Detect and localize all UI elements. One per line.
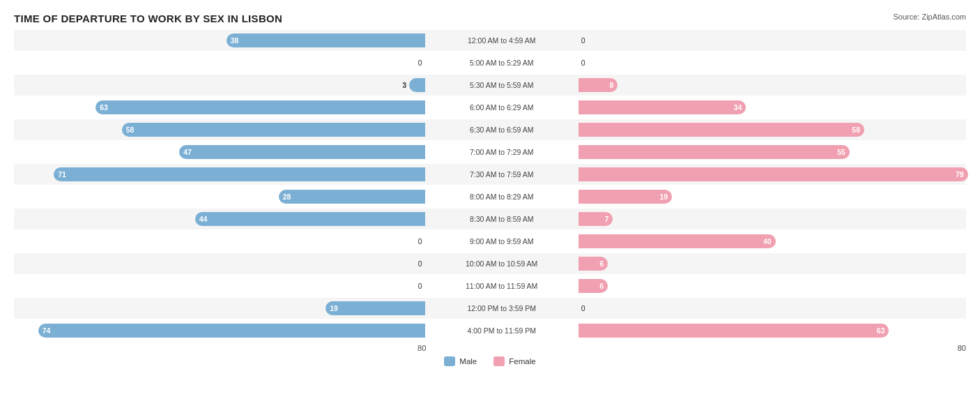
male-bar: 38 bbox=[227, 33, 425, 47]
male-value-zero: 0 bbox=[418, 259, 422, 268]
female-section: 7 bbox=[579, 209, 966, 229]
female-value: 40 bbox=[763, 237, 772, 246]
male-section: 38 bbox=[14, 30, 425, 51]
table-row: 288:00 AM to 8:29 AM19 bbox=[14, 186, 966, 207]
table-row: 011:00 AM to 11:59 AM6 bbox=[14, 276, 966, 296]
axis-row: 80 80 bbox=[14, 344, 966, 352]
female-legend-box bbox=[493, 356, 505, 366]
title-row: TIME OF DEPARTURE TO WORK BY SEX IN LISB… bbox=[14, 13, 966, 24]
male-section: 47 bbox=[14, 142, 425, 163]
female-bar: 6 bbox=[579, 257, 608, 271]
table-row: 09:00 AM to 9:59 AM40 bbox=[14, 231, 966, 252]
female-section: 6 bbox=[579, 253, 966, 274]
time-label: 6:30 AM to 6:59 AM bbox=[425, 126, 579, 134]
female-bar: 7 bbox=[579, 212, 613, 226]
female-section: 40 bbox=[579, 231, 966, 252]
male-section: 19 bbox=[14, 298, 425, 319]
time-label: 5:30 AM to 5:59 AM bbox=[425, 81, 579, 89]
male-bar: 71 bbox=[54, 167, 425, 181]
male-value: 63 bbox=[100, 103, 108, 112]
female-section: 34 bbox=[579, 97, 966, 118]
male-section: 0 bbox=[14, 231, 425, 252]
table-row: 05:00 AM to 5:29 AM0 bbox=[14, 52, 966, 73]
female-bar: 55 bbox=[579, 145, 850, 159]
male-section: 28 bbox=[14, 186, 425, 207]
female-section: 0 bbox=[579, 52, 966, 73]
male-value: 44 bbox=[199, 215, 208, 223]
male-section: 0 bbox=[14, 276, 425, 296]
time-label: 11:00 AM to 11:59 AM bbox=[425, 282, 579, 290]
male-value: 28 bbox=[283, 193, 291, 201]
time-label: 12:00 AM to 4:59 AM bbox=[425, 36, 579, 45]
male-section: 63 bbox=[14, 97, 425, 118]
table-row: 1912:00 PM to 3:59 PM0 bbox=[14, 298, 966, 319]
table-row: 636:00 AM to 6:29 AM34 bbox=[14, 97, 966, 118]
legend-male: Male bbox=[444, 356, 477, 366]
male-section: 3 bbox=[14, 75, 425, 96]
male-section: 0 bbox=[14, 253, 425, 274]
female-bar: 8 bbox=[579, 78, 618, 92]
table-row: 35:30 AM to 5:59 AM8 bbox=[14, 75, 966, 96]
female-value: 19 bbox=[659, 193, 668, 201]
female-section: 79 bbox=[579, 164, 966, 185]
female-bar: 79 bbox=[579, 167, 968, 181]
female-value-zero: 0 bbox=[581, 304, 585, 312]
table-row: 477:00 AM to 7:29 AM55 bbox=[14, 142, 966, 163]
time-label: 8:30 AM to 8:59 AM bbox=[425, 215, 579, 223]
female-section: 58 bbox=[579, 119, 966, 140]
male-value: 74 bbox=[43, 326, 51, 335]
female-value: 6 bbox=[599, 282, 604, 290]
male-section: 58 bbox=[14, 119, 425, 140]
time-label: 9:00 AM to 9:59 AM bbox=[425, 237, 579, 246]
time-label: 5:00 AM to 5:29 AM bbox=[425, 59, 579, 67]
female-value: 63 bbox=[877, 326, 885, 335]
male-bar: 47 bbox=[179, 145, 425, 159]
female-section: 55 bbox=[579, 142, 966, 163]
female-section: 63 bbox=[579, 320, 966, 341]
female-value-zero: 0 bbox=[581, 36, 585, 45]
male-value-zero: 0 bbox=[418, 282, 422, 290]
chart-container: TIME OF DEPARTURE TO WORK BY SEX IN LISB… bbox=[0, 0, 980, 415]
rows-wrapper: 3812:00 AM to 4:59 AM005:00 AM to 5:29 A… bbox=[14, 30, 966, 341]
female-bar: 40 bbox=[579, 234, 776, 248]
male-value: 58 bbox=[126, 126, 135, 134]
male-bar bbox=[409, 78, 425, 92]
male-value: 47 bbox=[183, 148, 192, 156]
male-value: 71 bbox=[58, 170, 66, 179]
female-legend-label: Female bbox=[509, 357, 535, 365]
time-label: 8:00 AM to 8:29 AM bbox=[425, 193, 579, 201]
female-value: 58 bbox=[852, 126, 860, 134]
male-value: 3 bbox=[402, 81, 406, 89]
male-legend-box bbox=[444, 356, 455, 366]
legend-female: Female bbox=[493, 356, 535, 366]
axis-right: 80 bbox=[577, 344, 966, 352]
male-bar: 28 bbox=[279, 190, 425, 204]
time-label: 10:00 AM to 10:59 AM bbox=[425, 259, 579, 268]
female-bar: 19 bbox=[579, 190, 672, 204]
female-value-zero: 0 bbox=[581, 59, 585, 67]
female-bar: 34 bbox=[579, 100, 747, 114]
axis-left-label: 80 bbox=[418, 344, 426, 352]
male-value-zero: 0 bbox=[418, 237, 422, 246]
female-value: 7 bbox=[604, 215, 608, 223]
axis-right-label: 80 bbox=[958, 344, 966, 352]
source-text: Source: ZipAtlas.com bbox=[893, 13, 966, 21]
time-label: 4:00 PM to 11:59 PM bbox=[425, 326, 579, 335]
legend-row: Male Female bbox=[14, 356, 966, 366]
female-section: 0 bbox=[579, 298, 966, 319]
male-value: 38 bbox=[231, 36, 239, 45]
female-bar: 63 bbox=[579, 324, 889, 338]
table-row: 717:30 AM to 7:59 AM79 bbox=[14, 164, 966, 185]
chart-title: TIME OF DEPARTURE TO WORK BY SEX IN LISB… bbox=[14, 13, 282, 24]
male-section: 74 bbox=[14, 320, 425, 341]
male-section: 44 bbox=[14, 209, 425, 229]
table-row: 010:00 AM to 10:59 AM6 bbox=[14, 253, 966, 274]
time-label: 6:00 AM to 6:29 AM bbox=[425, 103, 579, 112]
female-bar: 6 bbox=[579, 279, 608, 293]
male-bar: 44 bbox=[195, 212, 425, 226]
time-label: 7:00 AM to 7:29 AM bbox=[425, 148, 579, 156]
table-row: 3812:00 AM to 4:59 AM0 bbox=[14, 30, 966, 51]
male-bar: 58 bbox=[122, 123, 425, 137]
female-value: 8 bbox=[609, 81, 613, 89]
female-section: 6 bbox=[579, 276, 966, 296]
